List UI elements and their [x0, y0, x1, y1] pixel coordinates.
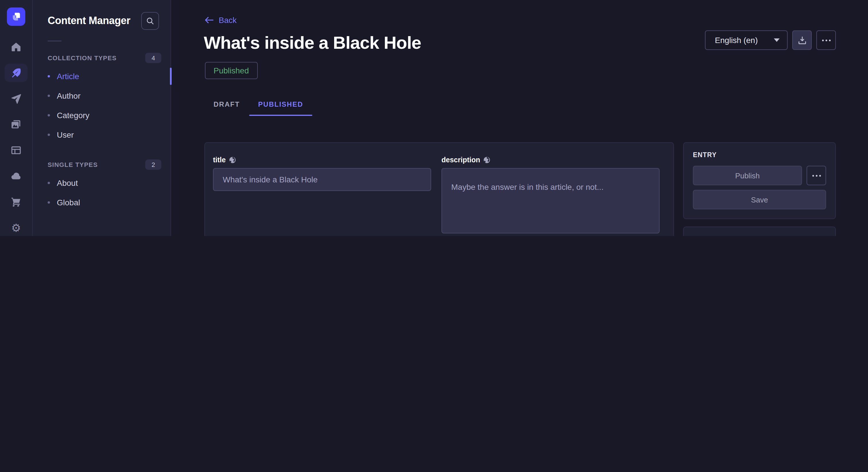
publish-button[interactable]: Publish [693, 166, 802, 185]
divider [48, 41, 61, 41]
cart-icon[interactable] [5, 193, 28, 211]
rail-icons: ⚙ [0, 38, 32, 236]
header-controls: English (en) [705, 30, 836, 50]
page-title: What's inside a Black Hole [204, 33, 421, 53]
sidebar-item-label: Article [57, 72, 79, 81]
entry-form-card: title What's inside a Black Hole descrip… [205, 142, 674, 236]
collection-types-label: COLLECTION TYPES [48, 55, 117, 61]
sidebar-item-article[interactable]: Article [33, 67, 170, 86]
entry-more-icon[interactable] [807, 166, 826, 185]
bullet-icon [48, 114, 50, 116]
single-types-label: SINGLE TYPES [48, 161, 98, 168]
strapi-logo[interactable] [7, 7, 25, 26]
sidebar-item-label: Author [57, 91, 81, 100]
tab-published[interactable]: PUBLISHED [249, 95, 312, 116]
layout-icon[interactable] [5, 141, 28, 160]
entry-panel: ENTRY Publish Save [683, 142, 836, 219]
bullet-icon [48, 182, 50, 184]
tab-draft[interactable]: DRAFT [205, 95, 249, 116]
sidebar-item-global[interactable]: Global [33, 193, 170, 212]
gear-icon[interactable]: ⚙ [5, 218, 28, 236]
field-description: description Maybe the answer is in this … [441, 156, 660, 236]
status-badge: Published [205, 62, 257, 79]
bullet-icon [48, 95, 50, 97]
more-options-icon[interactable] [816, 30, 836, 50]
single-types-count: 2 [145, 160, 161, 170]
description-textarea[interactable]: Maybe the answer is in this article, or … [441, 168, 660, 233]
collection-types-list: ArticleAuthorCategoryUser [33, 67, 170, 144]
sidebar-item-author[interactable]: Author [33, 86, 170, 105]
sidebar-title: Content Manager [48, 15, 130, 27]
search-icon[interactable] [141, 12, 159, 30]
main-nav-rail: ⚙ KD [0, 0, 33, 236]
globe-icon [484, 157, 491, 164]
bullet-icon [48, 134, 50, 136]
bullet-icon [48, 75, 50, 77]
sidebar-item-label: About [57, 178, 78, 188]
home-icon[interactable] [5, 38, 28, 56]
sidebar-item-label: User [57, 130, 74, 139]
releases-panel: RELEASES Will be published in Spring Sum… [683, 227, 836, 236]
globe-icon [229, 157, 236, 164]
sidebar-item-label: Global [57, 198, 80, 207]
arrow-left-icon [205, 16, 214, 24]
paper-plane-icon[interactable] [5, 90, 28, 108]
field-title: title What's inside a Black Hole [213, 156, 431, 191]
images-icon[interactable] [5, 115, 28, 134]
sidebar-item-label: Category [57, 111, 90, 120]
collection-types-count: 4 [145, 53, 161, 63]
cloud-icon[interactable] [5, 167, 28, 185]
sidebar-item-about[interactable]: About [33, 173, 170, 193]
title-input[interactable]: What's inside a Black Hole [213, 168, 431, 191]
strapi-admin: ⚙ KD Content Manager COLLECTION TYPES 4 … [0, 0, 868, 236]
sidebar-item-category[interactable]: Category [33, 105, 170, 125]
export-icon[interactable] [792, 30, 812, 50]
feather-icon[interactable] [5, 64, 28, 82]
bullet-icon [48, 201, 50, 204]
single-types-list: AboutGlobal [33, 173, 170, 212]
content-manager-sidebar: Content Manager COLLECTION TYPES 4 Artic… [33, 0, 171, 236]
sidebar-item-user[interactable]: User [33, 125, 170, 144]
version-tabs: DRAFT PUBLISHED [205, 95, 312, 116]
locale-select[interactable]: English (en) [705, 30, 787, 50]
chevron-down-icon [774, 38, 780, 42]
save-button[interactable]: Save [693, 190, 826, 209]
back-link[interactable]: Back [205, 15, 237, 25]
